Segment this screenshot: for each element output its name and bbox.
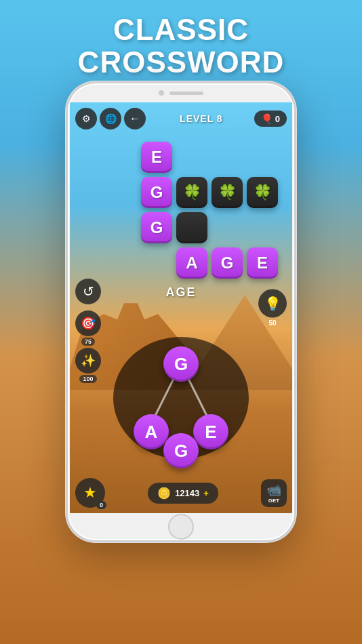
phone-top (68, 83, 294, 102)
tile-E-row3: E (247, 247, 278, 279)
wand-count: 100 (79, 375, 96, 383)
clover-icon: 🍀 (183, 184, 201, 201)
sel-letter-text: G (174, 354, 188, 375)
tile-clover-1: 🍀 (176, 177, 207, 208)
score-badge: 🎈 0 (254, 110, 287, 127)
hint-circle[interactable]: 💡 (258, 289, 287, 318)
settings-button[interactable]: ⚙ (75, 108, 97, 129)
refresh-button[interactable]: ↺ (75, 279, 101, 304)
coins-badge[interactable]: 🪙 12143 + (148, 483, 218, 504)
tile-G-row2: G (141, 212, 172, 243)
top-bar: ⚙ 🌐 ← LEVEL 8 🎈 0 (75, 108, 287, 129)
tile-letter: E (257, 254, 268, 273)
sel-letter-text: G (174, 441, 188, 462)
bottom-bar: ★ 0 🪙 12143 + 📹 GET (75, 478, 287, 508)
wand-button[interactable]: ✨ 100 (75, 348, 101, 383)
video-icon: 📹 (266, 483, 281, 498)
phone-frame: ⚙ 🌐 ← LEVEL 8 🎈 0 E G 🍀 🍀 (66, 81, 296, 542)
balloon-icon: 🎈 (261, 113, 273, 124)
star-button[interactable]: ★ 0 (75, 478, 105, 508)
wand-icon: ✨ (81, 353, 96, 368)
hint-button[interactable]: 💡 50 (258, 289, 287, 327)
score-value: 0 (275, 114, 280, 124)
back-icon: ← (129, 113, 140, 125)
star-count: 0 (96, 501, 106, 509)
star-icon: ★ (83, 484, 97, 502)
target-button[interactable]: 🎯 75 (75, 310, 101, 346)
coins-plus: + (203, 488, 209, 498)
selector-letter-A[interactable]: A (134, 414, 169, 449)
selector-letter-G-bottom[interactable]: G (163, 433, 199, 468)
video-button[interactable]: 📹 GET (261, 479, 287, 507)
selector-letter-G-top[interactable]: G (163, 346, 199, 382)
tile-dark (176, 212, 207, 243)
sel-letter-text: E (205, 422, 216, 443)
tile-letter: E (151, 148, 162, 167)
phone-speaker (169, 92, 203, 95)
globe-button[interactable]: 🌐 (100, 108, 121, 129)
title-area: CLASSIC CROSSWORD (0, 14, 362, 79)
settings-icon: ⚙ (82, 113, 91, 124)
clover-icon: 🍀 (254, 184, 272, 201)
tile-G-row3: G (212, 247, 243, 279)
title-line2: CROSSWORD (0, 46, 362, 79)
back-button[interactable]: ← (124, 108, 146, 129)
game-screen: ⚙ 🌐 ← LEVEL 8 🎈 0 E G 🍀 🍀 (70, 102, 292, 513)
coin-icon: 🪙 (157, 487, 171, 500)
phone-bottom (68, 513, 294, 540)
target-icon: 🎯 (81, 316, 96, 331)
word-selector[interactable]: G A E G (113, 337, 249, 459)
tile-letter: A (186, 254, 197, 273)
tile-A-row3: A (176, 247, 207, 279)
tile-letter: G (150, 183, 163, 202)
level-label: LEVEL 8 (148, 113, 254, 124)
tile-G-row1: G (141, 177, 172, 208)
title-line1: CLASSIC (0, 14, 362, 46)
home-button[interactable] (168, 514, 194, 540)
hint-count: 50 (268, 319, 276, 327)
lightbulb-icon: 💡 (264, 296, 281, 312)
tile-E-top: E (141, 142, 172, 173)
target-count: 75 (81, 338, 95, 346)
selector-letter-E[interactable]: E (193, 414, 228, 449)
tile-clover-3: 🍀 (247, 177, 278, 208)
tile-letter: G (221, 254, 234, 273)
phone-camera (159, 90, 164, 96)
sel-letter-text: A (145, 422, 158, 443)
tile-clover-2: 🍀 (212, 177, 243, 208)
video-label: GET (268, 498, 279, 504)
refresh-icon: ↺ (83, 283, 94, 300)
tile-letter: G (150, 218, 163, 237)
clue-label: AGE (165, 285, 196, 300)
refresh-circle[interactable]: ↺ (75, 279, 101, 304)
coins-value: 12143 (175, 488, 199, 498)
globe-icon: 🌐 (105, 113, 117, 124)
clover-icon: 🍀 (218, 184, 237, 201)
